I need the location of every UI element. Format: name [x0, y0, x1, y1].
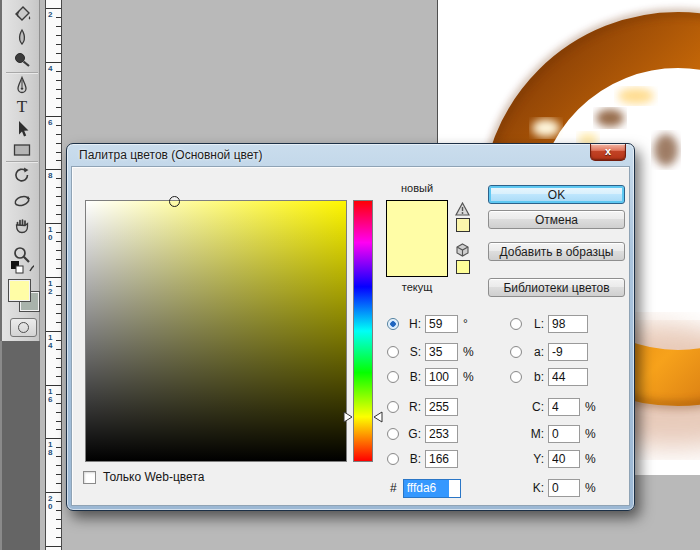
unit-m: % [585, 427, 596, 441]
b-input[interactable] [425, 368, 458, 386]
type-tool[interactable]: T [10, 96, 34, 118]
l-input[interactable] [548, 315, 588, 333]
ruler-tick [56, 528, 61, 529]
foreground-color-swatch[interactable] [8, 279, 31, 302]
ruler-tick [56, 322, 61, 323]
radio-a[interactable] [510, 346, 522, 358]
field-row-hex: # [390, 479, 461, 497]
panel-lower-area [0, 341, 40, 550]
blur-tool[interactable] [10, 27, 34, 49]
web-cube-icon[interactable] [455, 243, 470, 257]
ruler-number: 8 [48, 172, 56, 180]
ruler-tick [56, 304, 61, 305]
ok-button[interactable]: OK [488, 185, 625, 204]
close-button[interactable]: x [590, 144, 626, 161]
current-color-swatch[interactable] [387, 239, 447, 277]
ruler-tick [46, 331, 61, 332]
radio-h[interactable] [387, 318, 399, 330]
ruler: 2468101214161820 [45, 0, 62, 550]
burn-tool[interactable] [10, 49, 34, 71]
ruler-tick [56, 268, 61, 269]
dialog-titlebar[interactable]: Палитра цветов (Основной цвет) x [67, 144, 634, 166]
default-colors-icon[interactable] [10, 259, 34, 275]
field-label-c: C: [525, 400, 544, 414]
hue-slider[interactable] [353, 200, 373, 462]
hue-slider-left-arrow[interactable] [343, 411, 353, 423]
ruler-tick [56, 125, 61, 126]
radio-r[interactable] [387, 401, 399, 413]
web-color-swatch[interactable] [456, 260, 470, 274]
bb-input[interactable] [548, 368, 588, 386]
field-row-b2: B: [387, 450, 458, 468]
web-colors-checkbox[interactable] [83, 471, 96, 484]
a-input[interactable] [548, 343, 588, 361]
m-input[interactable] [548, 425, 580, 443]
color-field[interactable] [85, 200, 347, 462]
unit-h: ° [463, 317, 468, 331]
k-input[interactable] [548, 479, 580, 497]
field-label-bb: b: [525, 370, 544, 384]
unit-b: % [463, 370, 474, 384]
hand-tool[interactable] [10, 214, 34, 236]
ruler-tick [56, 259, 61, 260]
field-row-y: Y: % [510, 450, 596, 468]
radio-b[interactable] [387, 371, 399, 383]
ruler-tick [56, 107, 61, 108]
path-selection-tool[interactable] [10, 118, 34, 140]
ruler-number: 12 [48, 280, 56, 296]
field-row-k: K: % [510, 479, 596, 497]
pen-tool[interactable] [10, 75, 34, 97]
ruler-tick [56, 196, 61, 197]
field-label-r: R: [402, 400, 421, 414]
add-to-swatches-button[interactable]: Добавить в образцы [488, 242, 625, 261]
rectangle-tool[interactable] [10, 139, 34, 161]
ruler-tick [56, 367, 61, 368]
quick-mask-button[interactable] [10, 318, 37, 337]
y-input[interactable] [548, 450, 580, 468]
r-input[interactable] [425, 398, 458, 416]
h-input[interactable] [425, 315, 458, 333]
color-field-marker[interactable] [169, 196, 180, 207]
color-libraries-button[interactable]: Библиотеки цветов [488, 278, 625, 297]
photoshop-workspace: T 2468101214161820 Палитра [0, 0, 700, 550]
ruler-tick [56, 160, 61, 161]
radio-s[interactable] [387, 346, 399, 358]
g-input[interactable] [425, 425, 458, 443]
dialog-title: Палитра цветов (Основной цвет) [79, 148, 263, 162]
hex-input[interactable] [403, 479, 461, 498]
ruler-tick [56, 80, 61, 81]
field-label-h: H: [402, 317, 421, 331]
radio-g[interactable] [387, 428, 399, 440]
unit-y: % [585, 452, 596, 466]
ruler-tick [56, 17, 61, 18]
field-label-a: a: [525, 345, 544, 359]
hue-slider-right-arrow[interactable] [373, 411, 383, 423]
ruler-tick [46, 169, 61, 170]
ruler-tick [56, 412, 61, 413]
close-icon: x [605, 145, 611, 157]
ruler-tick [46, 492, 61, 493]
ruler-tick [56, 89, 61, 90]
c-input[interactable] [548, 398, 580, 416]
ruler-tick [56, 205, 61, 206]
rotate-3d-tool[interactable] [10, 164, 34, 186]
ruler-tick [56, 510, 61, 511]
cancel-button[interactable]: Отмена [488, 210, 625, 229]
ruler-tick [56, 134, 61, 135]
b2-input[interactable] [425, 450, 458, 468]
gamut-warning-icon[interactable] [455, 202, 470, 216]
ruler-tick [56, 187, 61, 188]
gamut-color-swatch[interactable] [456, 218, 470, 232]
field-label-m: M: [525, 427, 544, 441]
field-row-bb: b: [510, 368, 588, 386]
radio-l[interactable] [510, 318, 522, 330]
ruler-tick [46, 385, 61, 386]
paint-bucket-tool[interactable] [10, 3, 34, 25]
radio-b2[interactable] [387, 453, 399, 465]
unit-s: % [463, 345, 474, 359]
field-row-s: S: % [387, 343, 474, 361]
ruler-tick [56, 241, 61, 242]
radio-bb[interactable] [510, 371, 522, 383]
s-input[interactable] [425, 343, 458, 361]
orbit-3d-tool[interactable] [10, 190, 34, 212]
